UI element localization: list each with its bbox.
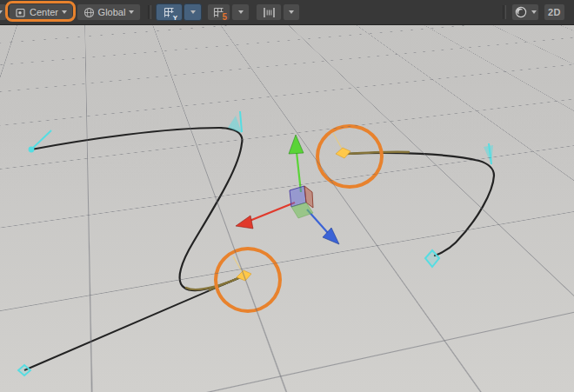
- chevron-down-icon: [289, 10, 294, 14]
- spline-endpoint-diamond[interactable]: [18, 365, 30, 375]
- handle-orientation-button[interactable]: Global: [77, 3, 141, 21]
- spline-endpoint-diamond[interactable]: [425, 250, 439, 267]
- spline-curve-segment[interactable]: [31, 128, 244, 290]
- gizmo-y-axis[interactable]: [297, 152, 301, 192]
- spline-left: [24, 128, 244, 370]
- chevron-down-icon: [238, 10, 244, 14]
- knot-handle-point[interactable]: [29, 147, 35, 153]
- gizmo-x-axis[interactable]: [250, 203, 295, 221]
- annotation-circle-right-knot: [316, 124, 384, 189]
- annotation-rect-center-button: [5, 1, 76, 22]
- chevron-down-icon: [190, 10, 196, 14]
- snap-increment-button[interactable]: [256, 3, 282, 21]
- grid-axis-label: Y: [173, 15, 177, 22]
- toolbar-separator: [503, 5, 506, 19]
- chevron-down-icon: [531, 10, 537, 14]
- annotation-circle-left-knot: [214, 247, 282, 313]
- shading-mode-button[interactable]: [511, 3, 539, 21]
- grid-snap-size-value: 5: [222, 13, 227, 22]
- grid-snap-size-button[interactable]: 5: [207, 3, 230, 21]
- handle-orientation-label: Global: [98, 3, 126, 21]
- toolbar-separator: [148, 5, 151, 19]
- tangent-handle-flag[interactable]: [228, 116, 242, 133]
- snap-increment-icon: [263, 6, 276, 19]
- chevron-down-icon: [0, 10, 3, 14]
- shaded-sphere-icon: [514, 5, 528, 19]
- snap-increment-dropdown[interactable]: [283, 3, 300, 21]
- gizmo-y-arrowhead[interactable]: [289, 135, 304, 154]
- grid-icon: Y: [163, 6, 176, 19]
- chevron-down-icon: [129, 10, 134, 14]
- spline-handles: [18, 111, 493, 375]
- scene-viewport[interactable]: [0, 24, 574, 392]
- scene-toolbar: Center Global Y: [0, 0, 574, 24]
- unity-scene-view-window: Center Global Y: [0, 0, 574, 392]
- toggle-2d-button[interactable]: 2D: [544, 3, 565, 21]
- grid-icon: 5: [212, 6, 225, 19]
- scene-overlay: [0, 25, 574, 392]
- grid-snap-size-dropdown[interactable]: [231, 3, 250, 21]
- grid-visibility-dropdown[interactable]: [184, 3, 202, 21]
- toggle-2d-label: 2D: [548, 7, 561, 17]
- globe-icon: [83, 7, 95, 18]
- gizmo-x-arrowhead[interactable]: [236, 216, 253, 229]
- grid-visibility-button[interactable]: Y: [156, 3, 183, 21]
